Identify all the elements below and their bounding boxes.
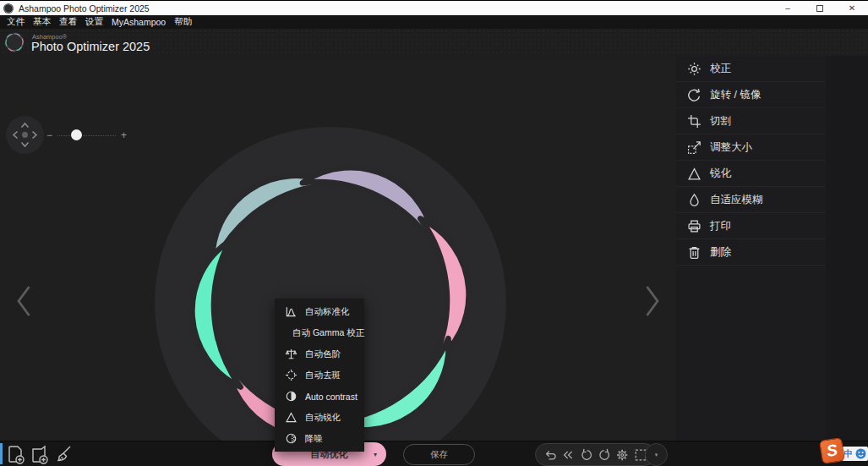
previous-image-button[interactable] [15, 284, 32, 318]
sidebar-item-label: 旋转 / 镜像 [710, 88, 761, 102]
sun-icon [687, 62, 701, 76]
add-files-icon [33, 447, 47, 463]
title-bar: Ashampoo Photo Optimizer 2025 – ✕ [0, 1, 868, 15]
sidebar-item-correction[interactable]: 校正 [676, 56, 826, 82]
menu-item-auto-despeckle[interactable]: 自动去斑 [275, 365, 364, 386]
sidebar-edge-panel [826, 56, 868, 441]
chevron-right-icon [647, 287, 658, 315]
history-tools-group [535, 443, 656, 466]
pan-center-dot [22, 132, 28, 138]
menu-settings[interactable]: 设置 [85, 16, 103, 28]
sidebar-item-resize[interactable]: 调整大小 [676, 134, 826, 161]
undo-all-icon[interactable] [561, 447, 575, 463]
zoom-slider[interactable]: − + [46, 129, 127, 142]
maximize-icon [816, 5, 823, 12]
histogram-icon [285, 305, 298, 318]
sidebar-item-sharpen[interactable]: 锐化 [676, 161, 826, 187]
header-brand-strip: Ashampoo® Photo Optimizer 2025 [0, 29, 868, 56]
printer-icon [687, 219, 701, 233]
menu-item-auto-normalize[interactable]: 自动标准化 [275, 301, 364, 322]
sidebar-item-print[interactable]: 打印 [676, 213, 826, 239]
menu-item-label: 自动标准化 [305, 306, 350, 318]
sidebar-item-delete[interactable]: 删除 [676, 239, 826, 266]
chevron-down-icon: ▾ [655, 452, 658, 458]
menu-item-label: 降噪 [305, 433, 323, 445]
zoom-out-icon[interactable]: − [46, 129, 52, 141]
menu-myashampoo[interactable]: MyAshampoo [112, 17, 166, 27]
gear-icon[interactable] [615, 447, 629, 463]
sidebar-item-adaptive-blur[interactable]: 自适应模糊 [676, 187, 826, 213]
accent-bar [0, 443, 3, 464]
zoom-in-icon[interactable]: + [121, 129, 127, 141]
menu-item-denoise[interactable]: 降噪 [275, 428, 364, 449]
contrast-icon [285, 390, 298, 403]
add-file-icon [9, 447, 24, 463]
history-dropdown-button[interactable]: ▾ [645, 443, 668, 466]
menu-file[interactable]: 文件 [7, 16, 25, 28]
ime-emoji-icon[interactable] [855, 448, 866, 459]
add-images-button[interactable] [30, 444, 51, 465]
brand-product: Photo Optimizer 2025 [31, 40, 150, 53]
rotate-right-icon[interactable] [598, 447, 611, 463]
resize-icon [687, 140, 701, 155]
crop-icon [687, 114, 701, 129]
menu-help[interactable]: 帮助 [174, 16, 192, 28]
droplet-icon [687, 193, 701, 207]
app-window: Ashampoo Photo Optimizer 2025 – ✕ 文件 基本 … [0, 0, 868, 466]
sidebar-item-crop[interactable]: 切割 [676, 108, 826, 134]
auto-sharpen-icon [285, 411, 298, 424]
menu-basic[interactable]: 基本 [33, 16, 51, 28]
window-title: Ashampoo Photo Optimizer 2025 [19, 3, 150, 14]
next-image-button[interactable] [644, 284, 661, 318]
sidebar-item-label: 打印 [710, 219, 731, 233]
pan-up-icon [22, 123, 29, 128]
menu-item-auto-contrast[interactable]: Auto contrast [275, 386, 364, 407]
rotate-left-icon[interactable] [580, 447, 593, 463]
ime-language-indicator[interactable]: 中 [844, 448, 854, 460]
zoom-knob[interactable] [71, 129, 82, 140]
tools-sidebar: 校正 旋转 / 镜像 切割 调整大小 [676, 56, 868, 441]
ime-toolbar[interactable]: 中 [842, 447, 868, 461]
despeckle-icon [285, 369, 298, 381]
menu-item-label: 自动 Gamma 校正 [292, 327, 364, 339]
app-logo-icon [3, 3, 14, 14]
chevron-down-icon[interactable]: ▾ [374, 451, 377, 458]
trash-icon [687, 245, 701, 260]
save-label: 保存 [430, 449, 448, 461]
menu-item-auto-sharpen[interactable]: 自动锐化 [275, 407, 364, 428]
minimize-button[interactable]: – [772, 1, 804, 15]
menu-item-auto-levels[interactable]: 自动色阶 [275, 343, 364, 365]
menu-item-label: 自动锐化 [305, 412, 341, 424]
pan-down-icon [22, 143, 29, 147]
pan-left-icon [14, 132, 18, 139]
menu-item-auto-gamma[interactable]: 自动 Gamma 校正 [275, 322, 364, 343]
add-image-button[interactable] [6, 444, 27, 465]
auto-optimize-menu: 自动标准化 自动 Gamma 校正 自动色阶 自动去斑 [275, 299, 364, 452]
ime-sogou-logo[interactable]: S [819, 437, 845, 464]
menu-bar: 文件 基本 查看 设置 MyAshampoo 帮助 [0, 15, 868, 29]
menu-item-label: 自动色阶 [305, 348, 341, 360]
sogou-s-icon: S [826, 441, 839, 461]
rotate-mirror-icon [687, 88, 701, 102]
pan-control[interactable] [6, 116, 44, 154]
save-button[interactable]: 保存 [403, 444, 475, 465]
undo-icon[interactable] [543, 447, 557, 463]
sidebar-item-rotate-mirror[interactable]: 旋转 / 镜像 [676, 82, 826, 108]
sharpen-icon [687, 167, 701, 181]
levels-scale-icon [285, 348, 298, 360]
clean-button[interactable] [52, 444, 74, 465]
pan-right-icon [33, 132, 37, 139]
sidebar-item-label: 调整大小 [710, 140, 752, 155]
menu-item-label: 自动去斑 [305, 370, 341, 381]
denoise-icon [285, 432, 298, 445]
bottom-toolbar: 自动优化 ▾ 保存 [0, 441, 868, 466]
broom-icon [58, 447, 70, 461]
menu-view[interactable]: 查看 [59, 16, 77, 28]
sidebar-item-label: 切割 [710, 114, 731, 129]
sidebar-item-label: 删除 [710, 245, 731, 260]
sidebar-item-label: 校正 [710, 62, 731, 76]
zoom-track[interactable] [57, 135, 116, 136]
maximize-button[interactable] [804, 1, 836, 15]
close-button[interactable]: ✕ [836, 1, 868, 15]
sidebar-item-label: 锐化 [710, 167, 731, 181]
